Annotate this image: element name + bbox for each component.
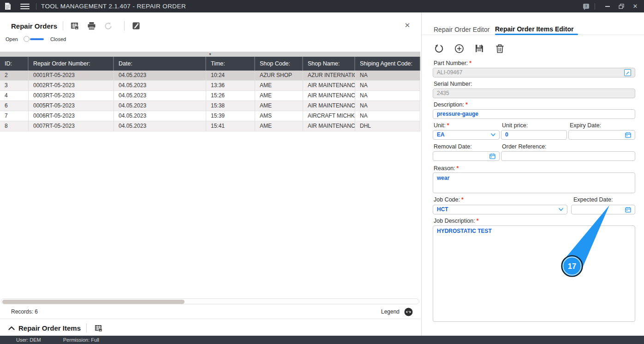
- table-row[interactable]: 60005RT-05-202304.05.202315:38AMEAIR MAI…: [0, 101, 420, 111]
- required-asterisk: *: [469, 60, 471, 66]
- calendar-icon[interactable]: [625, 207, 631, 213]
- items-export-excel-button[interactable]: x: [92, 322, 104, 333]
- reason-textarea[interactable]: wear: [433, 172, 635, 193]
- filter-row-collapse-bar[interactable]: ▼: [0, 52, 420, 57]
- collapse-section-button[interactable]: [7, 324, 16, 332]
- unit-select[interactable]: EA: [433, 130, 500, 140]
- table-header: ID: Repair Order Number: Date: Time: Sho…: [0, 57, 420, 71]
- column-header-shipping-agent-code[interactable]: Shiping Agent Code:: [355, 57, 420, 71]
- expiry-date-label: Expiry Date:: [570, 122, 601, 129]
- table-cell: 10:24: [206, 71, 255, 81]
- required-asterisk: *: [477, 218, 479, 224]
- feedback-icon[interactable]: !: [583, 3, 590, 10]
- calendar-icon[interactable]: [489, 153, 495, 159]
- table-cell: 04.05.2023: [114, 81, 206, 91]
- expiry-date-field[interactable]: [568, 130, 635, 140]
- table-cell: 0003RT-05-2023: [29, 91, 114, 101]
- minimize-button[interactable]: [601, 0, 614, 12]
- table-cell: AME: [255, 91, 303, 101]
- titlebar-divider: [595, 3, 595, 10]
- horizontal-scrollbar[interactable]: [1, 298, 419, 304]
- tab-repair-order-editor[interactable]: Repair Order Editor: [434, 26, 489, 33]
- excel-export-icon: x: [71, 22, 79, 30]
- close-panel-button[interactable]: ✕: [402, 20, 412, 30]
- removal-date-field[interactable]: [433, 151, 500, 161]
- app-window: TOOL MANAGEMENT 2.1.407 - REPAIR ORDER !…: [0, 0, 644, 344]
- table-cell: AME: [255, 121, 303, 131]
- table-cell: AME: [255, 81, 303, 91]
- removal-date-label: Removal Date:: [434, 143, 472, 150]
- table-row[interactable]: 80007RT-05-202304.05.202315:41AMEAIR MAI…: [0, 121, 420, 131]
- description-field[interactable]: pressure-gauge: [433, 109, 635, 119]
- trash-icon: [495, 44, 504, 53]
- table-cell: AZUR INTERNATION...: [303, 71, 355, 81]
- undo-button[interactable]: [433, 43, 445, 54]
- reason-label: Reason:*: [434, 165, 459, 172]
- calendar-icon[interactable]: [625, 132, 631, 138]
- table-cell: 15:38: [206, 101, 255, 111]
- chevron-down-icon: [491, 133, 495, 136]
- table-cell: 6: [0, 101, 29, 111]
- table-cell: AIRCRAFT MICHKAS...: [303, 111, 355, 121]
- column-header-shop-code[interactable]: Shop Code:: [255, 57, 303, 71]
- table-cell: AIR MAINTENANCE E...: [303, 121, 355, 131]
- job-description-textarea[interactable]: HYDROSTATIC TEST: [433, 225, 635, 322]
- table-row[interactable]: 20001RT-05-202304.05.202310:24AZUR SHOPA…: [0, 71, 420, 81]
- column-header-shop-name[interactable]: Shop Name:: [303, 57, 355, 71]
- statusbar-permission: Permission: Full: [63, 337, 99, 343]
- restore-button[interactable]: [614, 0, 628, 12]
- description-label: Description:*: [434, 101, 468, 108]
- table-cell: 4: [0, 91, 29, 101]
- table-row[interactable]: 70006RT-05-202304.05.202315:39AMSAIRCRAF…: [0, 111, 420, 121]
- undo-icon: [434, 44, 444, 53]
- column-header-time[interactable]: Time:: [206, 57, 255, 71]
- open-closed-toggle[interactable]: [24, 36, 46, 42]
- table-cell: 0007RT-05-2023: [29, 121, 114, 131]
- part-number-edit-icon[interactable]: [624, 69, 631, 76]
- add-item-button[interactable]: [453, 43, 465, 54]
- required-asterisk: *: [465, 101, 468, 108]
- table-cell: 13:36: [206, 81, 255, 91]
- table-cell: 0006RT-05-2023: [29, 111, 114, 121]
- save-button[interactable]: [473, 43, 485, 54]
- column-header-repair-order-number[interactable]: Repair Order Number:: [29, 57, 114, 71]
- edit-button[interactable]: [130, 20, 142, 31]
- table-row[interactable]: 30002RT-05-202304.05.202313:36AMEAIR MAI…: [0, 81, 420, 91]
- toggle-thumb[interactable]: [24, 36, 30, 42]
- legend-eye-icon[interactable]: [404, 308, 413, 316]
- print-button[interactable]: [85, 20, 97, 31]
- unit-price-field[interactable]: 0: [501, 130, 567, 140]
- table-cell: 04.05.2023: [114, 101, 206, 111]
- tab-repair-order-items-editor[interactable]: Repair Order Items Editor: [495, 25, 573, 33]
- table-row[interactable]: 40003RT-05-202304.05.202315:26AMEAIR MAI…: [0, 91, 420, 101]
- export-excel-button[interactable]: x: [69, 20, 81, 31]
- toggle-open-label: Open: [6, 36, 18, 42]
- table-cell: AIR MAINTENANCE E...: [303, 101, 355, 111]
- table-cell: NA: [355, 111, 420, 121]
- active-tab-underline: [495, 34, 578, 35]
- column-header-id[interactable]: ID:: [0, 57, 29, 71]
- plus-circle-icon: [454, 44, 464, 53]
- close-window-button[interactable]: ✕: [628, 0, 642, 12]
- job-code-select[interactable]: HCT: [433, 205, 567, 214]
- table-cell: 8: [0, 121, 29, 131]
- expected-date-field[interactable]: [571, 205, 635, 214]
- serial-number-label: Serial Number:: [434, 81, 472, 87]
- table-cell: 15:26: [206, 91, 255, 101]
- refresh-button[interactable]: [102, 20, 114, 31]
- column-header-date[interactable]: Date:: [114, 57, 206, 71]
- order-reference-field[interactable]: [501, 151, 635, 161]
- chevron-down-icon: [559, 208, 563, 211]
- delete-button[interactable]: [494, 43, 506, 54]
- printer-icon: [87, 22, 96, 30]
- editor-toolbar: [433, 42, 636, 54]
- statusbar: User: DEM Permission: Full: [0, 336, 644, 344]
- table-cell: 04.05.2023: [114, 111, 206, 121]
- statusbar-user: User: DEM: [16, 337, 41, 343]
- table-cell: 2: [0, 71, 29, 81]
- refresh-icon: [104, 22, 113, 30]
- part-number-field: ALI-09467: [433, 68, 635, 77]
- menu-icon[interactable]: [20, 4, 30, 9]
- table-cell: AIR MAINTENANCE E...: [303, 91, 355, 101]
- scrollbar-thumb[interactable]: [2, 300, 185, 304]
